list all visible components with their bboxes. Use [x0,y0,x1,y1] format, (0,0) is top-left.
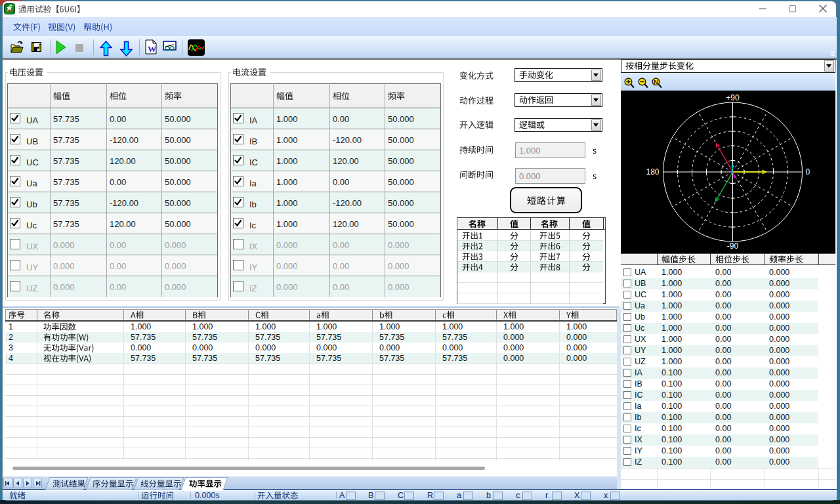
svg-text:N: N [654,79,658,85]
svg-text:W: W [148,44,156,54]
